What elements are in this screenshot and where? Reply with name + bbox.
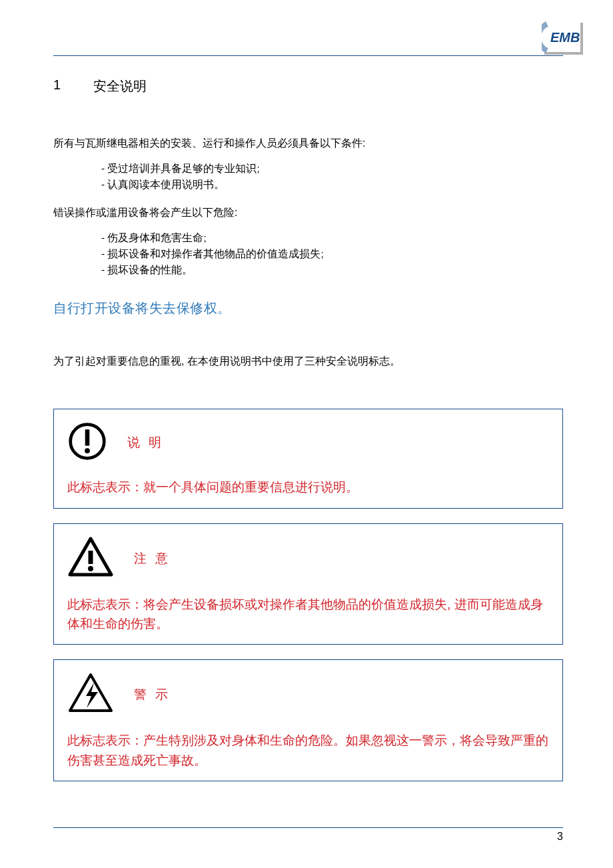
notice-body: 此标志表示：产生特别涉及对身体和生命的危险。如果忽视这一警示，将会导致严重的伤害… <box>67 731 549 770</box>
notice-body: 此标志表示：将会产生设备损坏或对操作者其他物品的价值造成损失, 进而可能造成身体… <box>67 595 549 634</box>
list-item: 损坏设备和对操作者其他物品的价值造成损失; <box>101 246 563 262</box>
top-divider <box>53 55 563 56</box>
list-item: 认真阅读本使用说明书。 <box>101 177 563 193</box>
list-item: 受过培训并具备足够的专业知识; <box>101 161 563 177</box>
blue-warning: 自行打开设备将失去保修权。 <box>53 299 563 317</box>
section-number: 1 <box>53 77 93 95</box>
notice-label: 说 明 <box>127 434 164 451</box>
notice-label: 警 示 <box>134 686 171 703</box>
warning-triangle-icon <box>67 536 114 581</box>
section-title: 安全说明 <box>93 77 147 95</box>
logo-text: EMB <box>550 30 580 45</box>
paragraph-3: 为了引起对重要信息的重视, 在本使用说明书中使用了三种安全说明标志。 <box>53 355 563 369</box>
list-item: 伤及身体和危害生命; <box>101 230 563 246</box>
icon-row: 说 明 <box>67 421 549 464</box>
intro-paragraph: 所有与瓦斯继电器相关的安装、运行和操作人员必须具备以下条件: <box>53 135 563 151</box>
notice-label: 注 意 <box>134 550 171 567</box>
page-number: 3 <box>53 831 563 843</box>
notice-box-info: 说 明 此标志表示：就一个具体问题的重要信息进行说明。 <box>53 409 563 508</box>
section-heading: 1 安全说明 <box>53 77 563 95</box>
requirements-list: 受过培训并具备足够的专业知识; 认真阅读本使用说明书。 <box>101 161 563 193</box>
notice-box-warning: 警 示 此标志表示：产生特别涉及对身体和生命的危险。如果忽视这一警示，将会导致严… <box>53 659 563 781</box>
paragraph-2: 错误操作或滥用设备将会产生以下危险: <box>53 205 563 221</box>
emb-logo: EMB <box>542 20 583 55</box>
exclamation-circle-icon <box>67 421 107 464</box>
svg-rect-4 <box>85 429 90 445</box>
svg-point-7 <box>88 566 93 571</box>
icon-row: 注 意 <box>67 536 549 581</box>
document-page: EMB 1 安全说明 所有与瓦斯继电器相关的安装、运行和操作人员必须具备以下条件… <box>0 0 613 868</box>
icon-row: 警 示 <box>67 672 549 717</box>
svg-point-5 <box>85 448 90 453</box>
svg-rect-1 <box>580 23 583 55</box>
list-item: 损坏设备的性能。 <box>101 262 563 278</box>
bottom-divider <box>53 827 563 828</box>
notice-body: 此标志表示：就一个具体问题的重要信息进行说明。 <box>67 477 549 497</box>
electric-hazard-icon <box>67 672 114 717</box>
page-footer: 3 <box>53 827 563 843</box>
svg-rect-6 <box>89 551 93 564</box>
notice-box-caution: 注 意 此标志表示：将会产生设备损坏或对操作者其他物品的价值造成损失, 进而可能… <box>53 523 563 645</box>
danger-list: 伤及身体和危害生命; 损坏设备和对操作者其他物品的价值造成损失; 损坏设备的性能… <box>101 230 563 278</box>
svg-rect-2 <box>544 52 583 55</box>
